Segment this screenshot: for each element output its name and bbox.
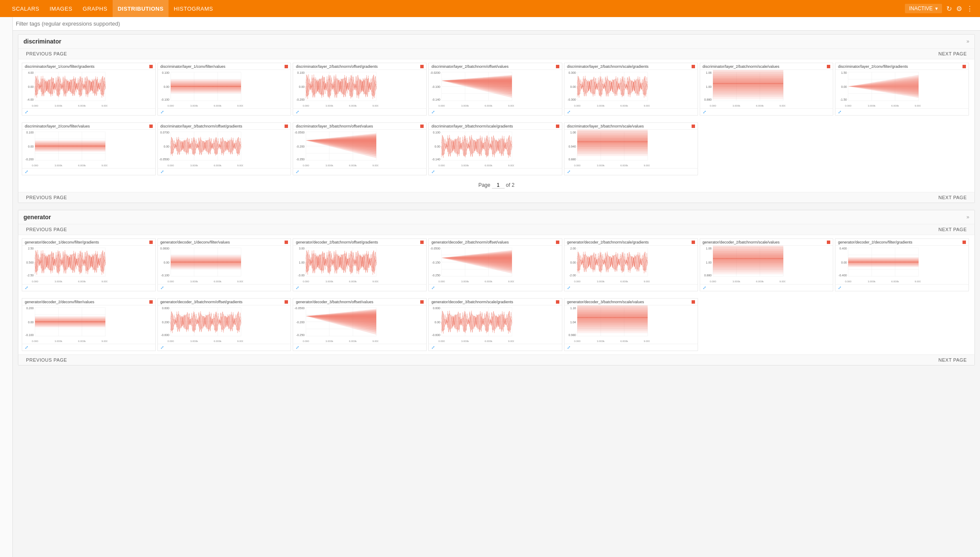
expand-icon[interactable]: ⤢ xyxy=(160,285,164,290)
nav-histograms[interactable]: HISTOGRAMS xyxy=(169,0,218,17)
top-navigation: SCALARS IMAGES GRAPHS DISTRIBUTIONS HIST… xyxy=(0,0,980,17)
filter-input[interactable] xyxy=(16,20,973,27)
expand-icon[interactable]: ⤢ xyxy=(703,110,706,114)
chart-item: generator/decoder_2/batchnorm/offset/val… xyxy=(428,238,562,291)
svg-text:0.100: 0.100 xyxy=(162,71,169,74)
settings-icon[interactable]: ⚙ xyxy=(956,5,962,13)
expand-icon[interactable]: ⤢ xyxy=(838,110,841,114)
chart-body: 0.07000.00-0.05000.0003.000k6.000k9.000k xyxy=(158,130,291,168)
svg-text:-0.100: -0.100 xyxy=(161,98,169,101)
expand-icon[interactable]: ⤢ xyxy=(567,110,570,114)
svg-text:-0.600: -0.600 xyxy=(432,334,440,337)
chart-color-indicator xyxy=(963,241,966,244)
svg-text:3.000k: 3.000k xyxy=(733,280,741,283)
chart-item: generator/decoder_2/deconv/filter/gradie… xyxy=(835,238,969,291)
generator-prev-top[interactable]: PREVIOUS PAGE xyxy=(23,226,70,233)
chart-footer: ⤢ xyxy=(22,108,155,115)
svg-text:0.000: 0.000 xyxy=(574,104,581,107)
svg-text:9.000k: 9.000k xyxy=(237,340,243,342)
chart-body: 0.4000.00-0.4000.0003.000k6.000k9.000k xyxy=(835,246,968,284)
chart-footer: ⤢ xyxy=(564,108,698,115)
generator-prev-bottom[interactable]: PREVIOUS PAGE xyxy=(23,357,70,363)
expand-icon[interactable]: ⤢ xyxy=(296,285,299,290)
svg-text:1.00: 1.00 xyxy=(299,261,305,264)
chart-color-indicator xyxy=(827,65,830,68)
expand-icon[interactable]: ⤢ xyxy=(25,169,28,174)
svg-text:6.000k: 6.000k xyxy=(620,280,628,283)
svg-text:3.000k: 3.000k xyxy=(55,280,63,283)
expand-icon[interactable]: ⤢ xyxy=(160,110,164,114)
svg-text:3.000k: 3.000k xyxy=(55,164,63,167)
menu-icon[interactable]: ⋮ xyxy=(966,5,973,13)
chart-title: discriminator/layer_3/batchnorm/offset/v… xyxy=(293,123,426,130)
expand-icon[interactable]: ⤢ xyxy=(296,345,299,350)
chart-title-text: discriminator/layer_1/conv/filter/values xyxy=(160,64,226,69)
nav-images[interactable]: IMAGES xyxy=(44,0,78,17)
chart-color-indicator xyxy=(149,125,153,128)
svg-text:9.000k: 9.000k xyxy=(644,104,650,107)
expand-icon[interactable]: ⤢ xyxy=(567,345,570,350)
expand-icon[interactable]: ⤢ xyxy=(160,169,164,174)
expand-icon[interactable]: ⤢ xyxy=(25,285,28,290)
chart-title-text: generator/decoder_2/deconv/filter/gradie… xyxy=(838,240,912,244)
chart-title-text: discriminator/layer_3/batchnorm/offset/v… xyxy=(296,124,373,128)
chart-title: generator/decoder_2/deconv/filter/gradie… xyxy=(835,239,968,246)
generator-next-bottom[interactable]: NEXT PAGE xyxy=(936,357,969,363)
nav-scalars[interactable]: SCALARS xyxy=(7,0,44,17)
expand-icon[interactable]: ⤢ xyxy=(431,110,435,114)
chart-body: 2.500.500-2.500.0003.000k6.000k9.000k xyxy=(22,246,155,284)
chart-color-indicator xyxy=(285,300,288,304)
chart-item: generator/decoder_2/batchnorm/offset/gra… xyxy=(293,238,427,291)
chart-title-text: generator/decoder_2/batchnorm/offset/gra… xyxy=(296,240,378,244)
chart-title: discriminator/layer_2/batchnorm/offset/v… xyxy=(429,63,562,70)
chevron-down-icon: ▾ xyxy=(935,6,938,12)
expand-icon[interactable]: ⤢ xyxy=(838,285,841,290)
chart-title-text: discriminator/layer_3/batchnorm/scale/gr… xyxy=(431,124,513,128)
discriminator-prev-bottom[interactable]: PREVIOUS PAGE xyxy=(23,194,70,201)
inactive-dropdown[interactable]: INACTIVE ▾ xyxy=(905,4,942,13)
expand-icon[interactable]: ⤢ xyxy=(431,345,435,350)
chart-color-indicator xyxy=(420,65,424,68)
expand-icon[interactable]: ⤢ xyxy=(431,285,435,290)
expand-icon[interactable]: ⤢ xyxy=(296,169,299,174)
expand-icon[interactable]: ⤢ xyxy=(160,345,164,350)
svg-text:4.00: 4.00 xyxy=(28,71,34,74)
svg-text:-0.350: -0.350 xyxy=(297,158,305,161)
svg-text:-0.100: -0.100 xyxy=(432,85,440,88)
chart-item: generator/decoder_2/batchnorm/scale/valu… xyxy=(700,238,834,291)
generator-next-top[interactable]: NEXT PAGE xyxy=(936,226,969,233)
expand-icon[interactable]: ⤢ xyxy=(567,169,570,174)
chart-item: discriminator/layer_2/conv/filter/values… xyxy=(22,122,156,175)
discriminator-prev-top[interactable]: PREVIOUS PAGE xyxy=(23,50,70,57)
discriminator-page-input[interactable] xyxy=(492,182,505,189)
chart-color-indicator xyxy=(285,65,288,68)
chart-footer: ⤢ xyxy=(293,108,426,115)
chart-title-text: discriminator/layer_2/conv/filter/gradie… xyxy=(838,64,908,69)
generator-title: generator xyxy=(23,214,966,220)
chart-title-text: discriminator/layer_2/batchnorm/scale/gr… xyxy=(567,64,648,69)
svg-text:0.000: 0.000 xyxy=(439,164,445,167)
discriminator-next-top[interactable]: NEXT PAGE xyxy=(936,50,969,57)
expand-icon[interactable]: ⤢ xyxy=(431,169,435,174)
svg-text:0.600: 0.600 xyxy=(162,307,169,310)
expand-icon[interactable]: ⤢ xyxy=(296,110,299,114)
chart-color-indicator xyxy=(963,65,966,68)
chart-footer: ⤢ xyxy=(158,108,291,115)
expand-icon[interactable]: ⤢ xyxy=(25,345,28,350)
discriminator-pin[interactable]: » xyxy=(966,38,969,44)
refresh-icon[interactable]: ↻ xyxy=(946,5,952,13)
nav-distributions[interactable]: DISTRIBUTIONS xyxy=(113,0,169,17)
chart-item: generator/decoder_3/batchnorm/scale/grad… xyxy=(428,298,562,351)
chart-color-indicator xyxy=(692,300,695,304)
generator-pin[interactable]: » xyxy=(966,214,969,220)
svg-text:1.04: 1.04 xyxy=(570,321,576,324)
expand-icon[interactable]: ⤢ xyxy=(703,285,706,290)
discriminator-next-bottom[interactable]: NEXT PAGE xyxy=(936,194,969,201)
svg-text:3.000k: 3.000k xyxy=(461,104,469,107)
chart-title: discriminator/layer_3/batchnorm/scale/va… xyxy=(564,123,698,130)
nav-graphs[interactable]: GRAPHS xyxy=(78,0,113,17)
chart-body: 0.06000.00-0.1000.0003.000k6.000k9.000k xyxy=(158,246,291,284)
svg-text:9.000k: 9.000k xyxy=(644,280,650,283)
expand-icon[interactable]: ⤢ xyxy=(25,110,28,114)
expand-icon[interactable]: ⤢ xyxy=(567,285,570,290)
